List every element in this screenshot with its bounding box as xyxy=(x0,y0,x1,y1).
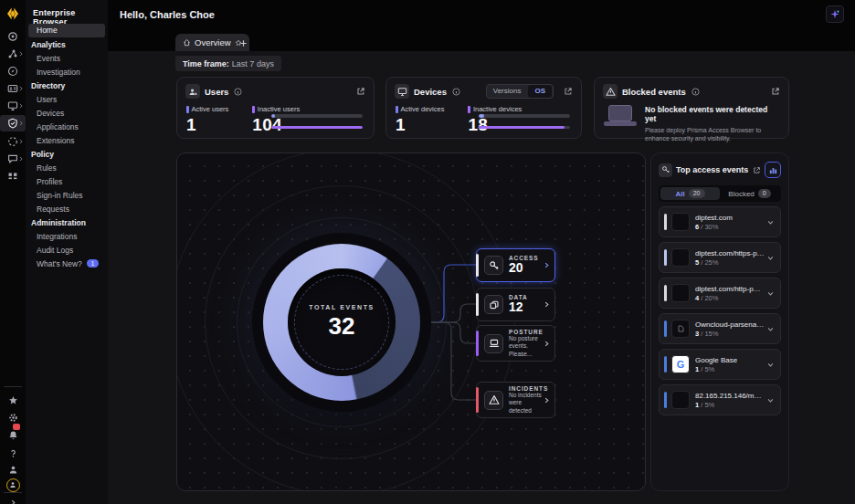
rail-browser-security-icon[interactable] xyxy=(0,115,26,131)
timeframe-filter[interactable]: Time frame: Last 7 days xyxy=(175,56,281,71)
access-panel-title: Top access events xyxy=(676,165,748,174)
sidebar-item-requests[interactable]: Requests xyxy=(26,203,108,216)
sidebar-item-profiles[interactable]: Profiles xyxy=(26,175,108,189)
sidebar-item-applications[interactable]: Applications xyxy=(26,121,108,134)
sidebar-item-sign-in-rules[interactable]: Sign-in Rules xyxy=(26,189,108,203)
rail-directory-icon[interactable] xyxy=(0,80,26,97)
external-link-icon[interactable] xyxy=(356,87,365,96)
rail-devices-icon[interactable] xyxy=(0,98,26,114)
notification-badge xyxy=(13,424,20,430)
sidebar-section-directory: Directory xyxy=(26,79,108,93)
posture-accent-bar xyxy=(476,331,479,356)
new-tab-button[interactable] xyxy=(237,37,249,49)
tab-strip: Overview xyxy=(108,27,855,51)
icon-rail xyxy=(0,0,26,504)
blocked-empty-title: No blocked events were detected yet xyxy=(645,105,779,123)
node-data[interactable]: DATA 12 xyxy=(476,288,555,321)
monitor-icon xyxy=(395,84,409,99)
sidebar-item-events[interactable]: Events xyxy=(26,52,108,66)
sidebar-item-extensions[interactable]: Extensions xyxy=(26,134,108,148)
account-avatar[interactable] xyxy=(0,477,26,493)
help-icon[interactable] xyxy=(0,445,26,461)
donut-dashed-ring xyxy=(294,275,389,370)
active-users-bar xyxy=(271,114,275,118)
collapse-sidebar-icon[interactable] xyxy=(0,494,26,504)
notifications-bell-icon[interactable] xyxy=(0,426,26,443)
tab-all[interactable]: All 20 xyxy=(660,187,720,200)
external-link-icon[interactable] xyxy=(753,166,761,174)
sidebar-section-administration: Administration xyxy=(26,216,108,230)
event-name: Google Base xyxy=(695,356,765,364)
blocked-events-card: Blocked events No blocked events were de… xyxy=(594,77,789,139)
toggle-versions[interactable]: Versions xyxy=(487,85,528,98)
sidebar-item-users[interactable]: Users xyxy=(26,93,108,107)
access-event-row[interactable]: diptest.com 6 / 30% xyxy=(659,206,781,237)
active-devices-tick xyxy=(396,106,398,113)
profile-icon[interactable] xyxy=(0,461,26,478)
access-value: 20 xyxy=(509,261,544,275)
timeframe-label: Time frame: xyxy=(183,59,229,68)
laptop-illustration xyxy=(604,105,637,129)
chevron-right-icon xyxy=(544,262,550,268)
rail-home-dashboard-icon[interactable] xyxy=(0,28,26,45)
sidebar-item-audit-logs[interactable]: Audit Logs xyxy=(26,244,108,257)
active-users-value: 1 xyxy=(186,115,228,135)
info-icon[interactable] xyxy=(234,88,242,96)
chevron-down-icon[interactable] xyxy=(767,219,774,226)
blocked-empty-subtitle: Please deploy Prisma Access Browser to e… xyxy=(645,126,779,143)
node-posture[interactable]: POSTURE No posture events. Please... xyxy=(476,325,555,362)
active-devices-metric: Active devices 1 xyxy=(396,105,444,135)
total-events-donut[interactable]: TOTAL EVENTS 32 xyxy=(263,244,420,401)
access-event-row[interactable]: diptest.com/http-post/ 4 / 20% xyxy=(659,278,781,309)
site-favicon xyxy=(671,213,690,231)
chevron-down-icon[interactable] xyxy=(767,290,774,297)
tab-overview-label: Overview xyxy=(195,37,231,47)
access-event-row[interactable]: diptest.com/https-post/ 5 / 25% xyxy=(659,242,781,273)
toggle-os[interactable]: OS xyxy=(528,85,552,98)
chevron-right-icon xyxy=(544,301,550,308)
info-icon[interactable] xyxy=(691,88,700,96)
chevron-down-icon[interactable] xyxy=(767,255,774,261)
key-icon xyxy=(484,256,503,275)
node-incidents[interactable]: INCIDENTS No incidents were detected xyxy=(476,382,555,418)
access-event-row[interactable]: 82.165.215.146/malwarez/M... 1 / 5% xyxy=(659,384,781,415)
access-event-row[interactable]: Owncloud-parsename 3 / 15% xyxy=(659,313,781,344)
sidebar-item-rules[interactable]: Rules xyxy=(26,162,108,175)
sidebar-item-investigation[interactable]: Investigation xyxy=(26,66,108,79)
event-name: diptest.com xyxy=(695,214,765,222)
devices-card-title: Devices xyxy=(414,87,447,97)
chevron-down-icon[interactable] xyxy=(767,362,774,368)
chart-view-toggle-button[interactable] xyxy=(765,162,781,178)
sidebar-item-home[interactable]: Home xyxy=(28,24,105,37)
site-favicon xyxy=(671,391,690,409)
rail-discover-icon[interactable] xyxy=(0,63,26,79)
sidebar-item-integrations[interactable]: Integrations xyxy=(26,230,108,244)
rail-sync-icon[interactable] xyxy=(0,133,26,150)
node-access[interactable]: ACCESS 20 xyxy=(476,248,555,282)
sidebar: Enterprise Browser Home Analytics Events… xyxy=(26,0,108,504)
external-link-icon[interactable] xyxy=(771,87,780,96)
event-name: Owncloud-parsename xyxy=(695,320,765,329)
rail-apps-grid-icon[interactable] xyxy=(0,168,26,184)
ai-assistant-button[interactable] xyxy=(826,5,844,23)
event-name: diptest.com/https-post/ xyxy=(695,249,765,257)
event-name: diptest.com/http-post/ xyxy=(695,285,765,293)
timeframe-value: Last 7 days xyxy=(232,59,274,68)
rail-feedback-chat-icon[interactable] xyxy=(0,151,26,167)
external-link-icon[interactable] xyxy=(564,87,573,96)
copy-icon xyxy=(484,295,503,314)
incidents-accent-bar xyxy=(476,387,479,413)
incidents-label: INCIDENTS xyxy=(509,385,544,392)
access-event-row[interactable]: G Google Base 1 / 5% xyxy=(659,349,781,380)
sidebar-item-whats-new[interactable]: What's New?1 xyxy=(26,257,108,271)
favorites-star-icon[interactable] xyxy=(0,392,26,408)
rail-analytics-icon[interactable] xyxy=(0,46,26,62)
home-icon xyxy=(183,38,191,47)
row-accent-bar xyxy=(664,320,667,337)
chevron-down-icon[interactable] xyxy=(767,326,774,332)
tab-blocked[interactable]: Blocked 0 xyxy=(720,187,779,200)
chevron-down-icon[interactable] xyxy=(767,397,774,404)
access-accent-bar xyxy=(476,254,479,277)
info-icon[interactable] xyxy=(452,88,460,96)
sidebar-item-devices[interactable]: Devices xyxy=(26,107,108,121)
